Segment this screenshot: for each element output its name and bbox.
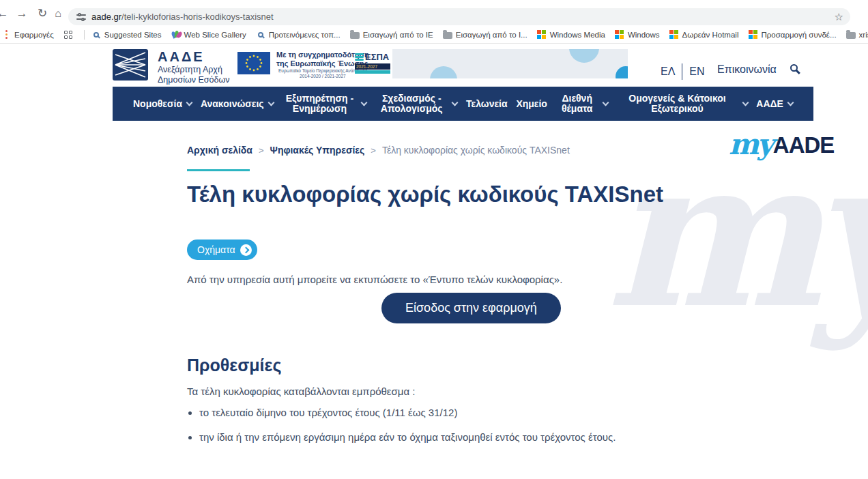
language-switcher: ΕΛ EN — [661, 63, 705, 80]
bookmark-label: Εφαρμογές — [14, 31, 54, 39]
intro-text: Από την υπηρεσία αυτή μπορείτε να εκτυπώ… — [187, 274, 562, 285]
espa-logo: ΕΣΠΑ 2021-2027 — [355, 52, 390, 74]
breadcrumb-underline — [187, 169, 250, 171]
bookmark-item[interactable]: Δωρεάν Hotmail — [669, 30, 739, 40]
banner-circle-decoration — [616, 66, 628, 78]
windows-icon — [537, 30, 547, 40]
eu-flag-icon — [237, 52, 270, 74]
bookmark-item[interactable]: Εισαγωγή από το IE — [350, 30, 433, 40]
espa-label: ΕΣΠΑ — [365, 52, 389, 62]
breadcrumb: Αρχική σελίδα>Ψηφιακές Υπηρεσίες>Τέλη κυ… — [187, 145, 570, 156]
breadcrumb-link[interactable]: Ψηφιακές Υπηρεσίες — [270, 145, 365, 156]
banner-circle-decoration — [569, 49, 599, 63]
search-icon — [91, 30, 101, 40]
my-watermark: my — [606, 131, 868, 336]
nav-item-εξυπηρέτηση-ενημέρωση[interactable]: Εξυπηρέτηση - Ενημέρωση — [282, 93, 366, 114]
bookmarks-bar: ΕφαρμογέςSuggested SitesWeb Slice Galler… — [0, 26, 868, 44]
breadcrumb-separator: > — [259, 145, 264, 156]
aade-subtitle-line2: Δημοσίων Εσόδων — [158, 75, 229, 85]
chevron-down-icon — [787, 99, 794, 106]
bookmark-item[interactable]: Web Slice Gallery — [171, 30, 246, 40]
windows-icon — [669, 30, 679, 40]
nav-item-ομογενείς-κάτοικοι-εξωτερικού[interactable]: Ομογενείς & Κάτοικοι Εξωτερικού — [617, 93, 748, 114]
bookmark-item[interactable]: xris — [846, 30, 868, 40]
lang-el-button[interactable]: ΕΛ — [661, 66, 675, 78]
deadlines-list: το τελευταίο δίμηνο του τρέχοντος έτους … — [199, 407, 616, 456]
breadcrumb-link[interactable]: Αρχική σελίδα — [187, 145, 252, 156]
site-header: ΑΑΔΕ Ανεξάρτητη Αρχή Δημοσίων Εσόδων Με … — [113, 48, 813, 86]
chevron-down-icon — [267, 99, 274, 106]
contact-link[interactable]: Επικοινωνία — [717, 63, 777, 76]
bookmark-item[interactable]: Suggested Sites — [91, 30, 162, 40]
home-icon[interactable]: ⌂ — [50, 6, 66, 21]
grid-icon — [63, 30, 73, 40]
banner-circle-decoration — [430, 66, 457, 78]
browser-toolbar: ← → ↻ ⌂ aade.gr/teli-kykloforias-horis-k… — [0, 0, 868, 26]
url-host: aade.gr — [91, 12, 121, 22]
espa-waves-icon — [355, 53, 364, 61]
bookmark-item[interactable]: Εφαρμογές — [1, 30, 54, 40]
address-bar[interactable]: aade.gr/teli-kykloforias-horis-kodikoys-… — [68, 8, 850, 25]
search-icon[interactable] — [790, 64, 798, 72]
aade-logo-icon[interactable] — [113, 49, 148, 81]
deadline-bullet: το τελευταίο δίμηνο του τρέχοντος έτους … — [199, 407, 616, 418]
breadcrumb-current: Τέλη κυκλοφορίας χωρίς κωδικούς TAXISnet — [382, 145, 570, 156]
deadlines-heading: Προθεσμίες — [187, 355, 281, 375]
aade-acronym: ΑΑΔΕ — [158, 49, 229, 65]
bookmark-item[interactable]: Windows — [615, 30, 660, 40]
bookmark-label: Windows — [628, 31, 660, 39]
chevron-down-icon — [602, 99, 609, 106]
myaade-logo: my AADE — [729, 132, 834, 158]
nav-item-ανακοινώσεις[interactable]: Ανακοινώσεις — [201, 99, 274, 109]
bookmark-item[interactable]: Προτεινόμενες τοπ... — [256, 30, 341, 40]
myaade-my: my — [729, 132, 772, 157]
lang-separator — [682, 63, 682, 80]
bookmarks-separator — [84, 30, 85, 40]
search-icon — [256, 30, 265, 40]
nav-item-label: ΑΑΔΕ — [756, 99, 783, 109]
site-settings-icon[interactable] — [76, 13, 86, 21]
nav-item-τελωνεία[interactable]: Τελωνεία — [466, 99, 508, 109]
bookmark-label: Προτεινόμενες τοπ... — [269, 31, 341, 39]
url-text[interactable]: aade.gr/teli-kykloforias-horis-kodikoys-… — [91, 12, 274, 22]
bookmark-label: Εισαγωγή από το IE — [363, 31, 433, 39]
bookmark-item[interactable]: Προσαρμογή συνδέ... — [748, 30, 836, 40]
nav-item-διεθνή-θέματα[interactable]: Διεθνή θέματα — [556, 93, 608, 114]
breadcrumb-separator: > — [371, 145, 376, 156]
nav-item-νομοθεσία[interactable]: Νομοθεσία — [133, 99, 192, 109]
nav-item-label: Ομογενείς & Κάτοικοι Εξωτερικού — [617, 93, 738, 114]
apps-grid-button[interactable] — [63, 30, 73, 40]
nav-item-label: Χημείο — [516, 99, 547, 109]
bookmark-label: Προσαρμογή συνδέ... — [761, 31, 836, 39]
vehicles-button-label: Οχήματα — [197, 244, 235, 255]
swoosh-icon — [171, 30, 181, 40]
lang-en-button[interactable]: EN — [689, 66, 704, 78]
folder-icon — [350, 30, 360, 40]
dots-icon — [1, 30, 11, 40]
myaade-aade: AADE — [773, 132, 835, 158]
nav-item-χημείο[interactable]: Χημείο — [516, 99, 547, 109]
login-button[interactable]: Είσοδος στην εφαρμογή — [381, 293, 561, 323]
folder-icon — [443, 30, 452, 40]
bookmark-label: Suggested Sites — [104, 31, 162, 39]
reload-icon[interactable]: ↻ — [35, 6, 50, 21]
windows-icon — [748, 30, 757, 40]
bookmark-label: Web Slice Gallery — [184, 31, 246, 39]
bookmark-item[interactable]: Εισαγωγή από το Ι... — [443, 30, 527, 40]
back-icon[interactable]: ← — [0, 6, 10, 21]
bookmark-label: Εισαγωγή από το Ι... — [456, 31, 527, 39]
chevron-down-icon — [361, 99, 368, 106]
page-title: Τέλη κυκλοφορίας χωρίς κωδικούς TAXISnet — [187, 182, 663, 207]
nav-item-ααδε[interactable]: ΑΑΔΕ — [756, 99, 793, 109]
windows-icon — [615, 30, 624, 40]
bookmark-star-icon[interactable]: ☆ — [835, 11, 843, 23]
bookmark-label: Windows Media — [550, 31, 605, 39]
nav-item-σχεδιασμός-απολογισμός[interactable]: Σχεδιασμός - Απολογισμός — [375, 93, 457, 114]
forward-icon[interactable]: → — [14, 6, 29, 21]
bookmark-item[interactable]: Windows Media — [537, 30, 605, 40]
aade-logo-text[interactable]: ΑΑΔΕ Ανεξάρτητη Αρχή Δημοσίων Εσόδων — [158, 49, 229, 85]
vehicles-button[interactable]: Οχήματα — [187, 240, 257, 260]
nav-item-label: Νομοθεσία — [133, 99, 182, 109]
nav-item-label: Σχεδιασμός - Απολογισμός — [375, 93, 448, 114]
deadline-bullet: την ίδια ή την επόμενη εργάσιμη ημέρα εά… — [199, 431, 616, 443]
